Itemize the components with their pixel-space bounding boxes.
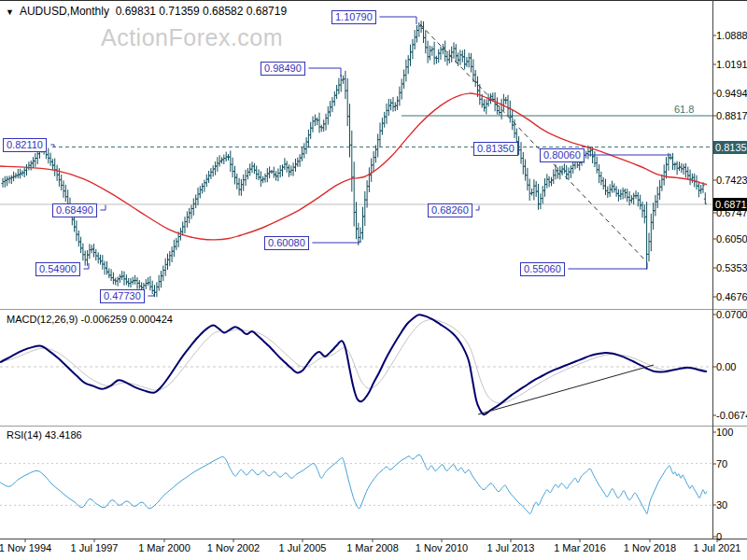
trading-chart-window: ▼AUDUSD,Monthly 0.69831 0.71359 0.68582 … [0,0,747,560]
chart-canvas[interactable] [0,0,747,560]
chart-background [0,0,747,560]
